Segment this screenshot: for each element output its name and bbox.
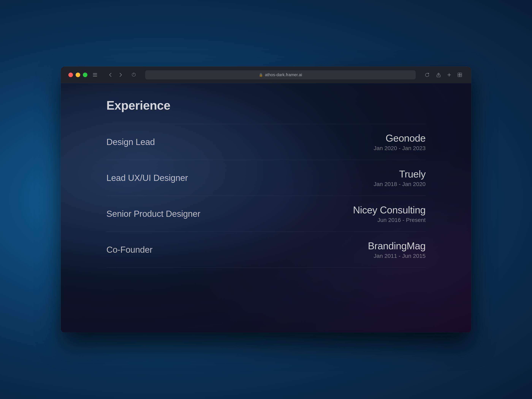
job-title-1: Design Lead xyxy=(106,137,155,147)
company-name-1: Geonode xyxy=(374,133,426,144)
back-button[interactable] xyxy=(106,71,114,79)
experience-item-3: Senior Product Designer Nicey Consulting… xyxy=(106,196,426,232)
svg-rect-1 xyxy=(93,75,97,75)
company-info-3: Nicey Consulting Jun 2016 - Present xyxy=(353,204,426,223)
experience-item-2: Lead UX/UI Designer Truely Jan 2018 - Ja… xyxy=(106,160,426,196)
svg-rect-7 xyxy=(458,73,460,75)
svg-rect-2 xyxy=(93,76,97,76)
job-title-3: Senior Product Designer xyxy=(106,209,200,219)
new-tab-button[interactable] xyxy=(445,71,453,79)
page-content: Experience Design Lead Geonode Jan 2020 … xyxy=(61,83,471,332)
share-button[interactable] xyxy=(435,71,442,79)
date-range-3: Jun 2016 - Present xyxy=(353,217,426,223)
date-range-4: Jan 2011 - Jun 2015 xyxy=(368,253,426,259)
company-name-3: Nicey Consulting xyxy=(353,204,426,216)
close-button[interactable] xyxy=(68,73,73,77)
traffic-lights xyxy=(68,73,87,77)
job-title-4: Co-Founder xyxy=(106,245,152,255)
tab-overview-button[interactable] xyxy=(456,71,464,79)
svg-rect-8 xyxy=(460,73,462,75)
experience-item-1: Design Lead Geonode Jan 2020 - Jan 2023 xyxy=(106,124,426,160)
browser-titlebar: 🔒 athos-dark.framer.ai xyxy=(61,66,471,83)
sidebar-toggle-button[interactable] xyxy=(91,71,99,79)
date-range-2: Jan 2018 - Jan 2020 xyxy=(374,181,426,187)
experience-list: Design Lead Geonode Jan 2020 - Jan 2023 … xyxy=(106,124,426,268)
company-info-1: Geonode Jan 2020 - Jan 2023 xyxy=(374,133,426,152)
maximize-button[interactable] xyxy=(83,73,87,77)
company-name-4: BrandingMag xyxy=(368,240,426,252)
browser-navigation xyxy=(106,71,125,79)
lock-icon: 🔒 xyxy=(259,73,263,77)
experience-item-4: Co-Founder BrandingMag Jan 2011 - Jun 20… xyxy=(106,232,426,268)
date-range-1: Jan 2020 - Jan 2023 xyxy=(374,145,426,152)
svg-rect-10 xyxy=(460,75,462,77)
job-title-2: Lead UX/UI Designer xyxy=(106,173,188,183)
section-title: Experience xyxy=(106,98,426,113)
address-bar[interactable]: 🔒 athos-dark.framer.ai xyxy=(145,70,416,79)
browser-window: 🔒 athos-dark.framer.ai xyxy=(61,66,471,332)
company-name-2: Truely xyxy=(374,168,426,180)
svg-rect-9 xyxy=(458,75,460,77)
minimize-button[interactable] xyxy=(76,73,80,77)
url-text: athos-dark.framer.ai xyxy=(265,72,302,77)
company-info-4: BrandingMag Jan 2011 - Jun 2015 xyxy=(368,240,426,259)
reload-button[interactable] xyxy=(423,71,431,79)
forward-button[interactable] xyxy=(117,71,125,79)
browser-actions xyxy=(435,71,464,79)
company-info-2: Truely Jan 2018 - Jan 2020 xyxy=(374,168,426,187)
svg-rect-0 xyxy=(93,73,97,74)
privacy-icon xyxy=(130,71,138,79)
